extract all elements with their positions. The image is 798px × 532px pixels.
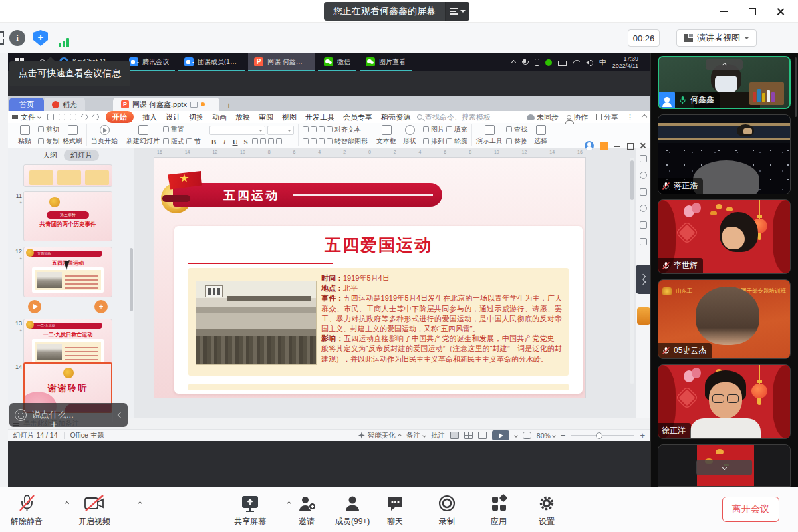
tray-mic-icon[interactable] xyxy=(521,59,529,66)
chat-button[interactable]: 聊天 xyxy=(386,494,404,527)
properties-pane-icon[interactable] xyxy=(640,155,647,162)
close-button[interactable] xyxy=(770,4,790,19)
ribbon-tab-开始[interactable]: 开始 xyxy=(106,111,134,123)
theme-name[interactable]: Office 主题 xyxy=(70,431,104,440)
members-button[interactable]: 成员(99+) xyxy=(335,494,370,527)
invite-button[interactable]: 邀请 xyxy=(297,494,317,527)
paste-button[interactable]: 粘贴 xyxy=(15,125,35,146)
new-slide-button[interactable]: 新建幻灯片 xyxy=(126,125,160,146)
collapse-ribbon-icon[interactable] xyxy=(642,114,647,120)
tray-wechat-icon[interactable] xyxy=(545,59,552,66)
shapes-button[interactable]: 形状 xyxy=(400,125,420,146)
help-pane-icon[interactable] xyxy=(640,238,647,245)
new-tab-button[interactable]: + xyxy=(226,100,231,111)
maximize-button[interactable] xyxy=(742,4,762,19)
more-options-icon[interactable]: ⋮ xyxy=(626,113,634,122)
thumbnail-slide-12[interactable]: 五四运动 五四爱国运动 xyxy=(23,247,112,297)
redo-icon[interactable] xyxy=(91,112,100,122)
chat-input-placeholder[interactable]: 说点什么... xyxy=(32,409,107,421)
slideshow-options-icon[interactable] xyxy=(514,434,518,438)
wps-avatar[interactable] xyxy=(585,141,594,150)
bullets-icon[interactable] xyxy=(303,126,309,132)
align-text-button[interactable]: 对齐文本 xyxy=(327,125,361,134)
mic-options-chevron[interactable] xyxy=(65,501,69,506)
layout-button[interactable]: 版式 xyxy=(163,137,184,146)
bold-button[interactable]: B xyxy=(209,138,218,146)
thumbnail-scrollbar[interactable] xyxy=(130,248,133,311)
tab-document[interactable]: P网课 何鑫鑫.pptx xyxy=(113,98,219,111)
thumbnail-slide-11[interactable]: 第三部分 共青团的两个历史事件 xyxy=(23,191,112,241)
zoom-slider[interactable] xyxy=(571,435,634,436)
scroll-up-button[interactable] xyxy=(706,59,743,70)
ribbon-tab-设计[interactable]: 设计 xyxy=(166,112,180,122)
ribbon-tab-开发工具[interactable]: 开发工具 xyxy=(305,112,334,122)
file-menu[interactable]: 文件 xyxy=(12,112,41,122)
participant-tile-lishihui[interactable]: 李世辉 xyxy=(658,200,791,274)
tray-phone-icon[interactable] xyxy=(535,59,539,66)
fit-slide-icon[interactable] xyxy=(523,432,531,439)
add-slide-plus[interactable]: + xyxy=(51,418,57,431)
align-center-icon[interactable] xyxy=(311,138,317,144)
chat-quick-input[interactable]: 说点什么... xyxy=(9,403,128,427)
taskbar-app[interactable]: 团课成员(167) xyxy=(178,53,245,71)
unmute-button[interactable]: 解除静音 xyxy=(11,494,43,527)
output-icon[interactable] xyxy=(59,114,65,120)
share-button[interactable]: 分享 xyxy=(596,112,618,122)
design-pane-icon[interactable] xyxy=(640,188,647,196)
participant-tile-shiyunjie[interactable]: 山东工 学生团干部专题培训班 05史云杰 xyxy=(658,279,791,359)
undo-icon[interactable] xyxy=(80,112,89,122)
select-button[interactable]: 选择 xyxy=(531,125,551,146)
tray-keyboard-icon[interactable] xyxy=(558,61,567,66)
participant-tile-hexinxin[interactable]: 何鑫鑫 xyxy=(658,56,791,109)
collaborate-button[interactable]: 协作 xyxy=(567,112,588,122)
wps-member-badge-icon[interactable] xyxy=(600,142,608,150)
text-effects-icon[interactable] xyxy=(276,138,282,144)
sidebar-collapse-handle[interactable] xyxy=(636,265,650,294)
align-left-icon[interactable] xyxy=(303,138,309,144)
minimize-button[interactable] xyxy=(714,4,734,19)
arrange-button[interactable]: 排列 xyxy=(423,137,444,146)
add-slide-button[interactable]: + xyxy=(94,300,108,313)
tray-volume-icon[interactable] xyxy=(586,59,593,66)
numbering-icon[interactable] xyxy=(311,126,317,132)
ribbon-tab-审阅[interactable]: 审阅 xyxy=(259,112,273,122)
fill-button[interactable]: 填充 xyxy=(446,125,467,134)
smartart-button[interactable]: 转智能图形 xyxy=(327,137,368,146)
zoom-level[interactable]: 80% xyxy=(537,432,555,440)
font-family-select[interactable] xyxy=(209,126,265,135)
ime-indicator[interactable]: 中 xyxy=(599,57,606,67)
ribbon-tab-视图[interactable]: 视图 xyxy=(282,112,297,122)
cut-button[interactable]: 剪切 xyxy=(38,125,59,134)
share-options-chevron[interactable] xyxy=(287,501,291,506)
underline-button[interactable]: U xyxy=(231,138,239,146)
picture-button[interactable]: 图片 xyxy=(423,125,444,134)
wps-restore-button[interactable] xyxy=(627,142,634,149)
reading-view-icon[interactable] xyxy=(478,432,487,439)
settings-button[interactable]: 设置 xyxy=(537,494,556,527)
wps-float-badge-icon[interactable] xyxy=(637,307,650,325)
network-signal-button[interactable] xyxy=(55,29,73,47)
slide-canvas[interactable]: 五四运动 五四爱国运动 时间：1919年5月4日 地点：北平 xyxy=(154,158,585,398)
reset-button[interactable]: 重置 xyxy=(163,125,201,134)
ribbon-tab-放映[interactable]: 放映 xyxy=(235,112,250,122)
comment-pane-icon[interactable] xyxy=(640,205,647,212)
align-right-icon[interactable] xyxy=(319,138,325,144)
slideshow-button[interactable] xyxy=(492,430,509,440)
tab-home[interactable]: 首页 xyxy=(9,98,44,111)
taskbar-app[interactable]: 腾讯会议 xyxy=(123,53,175,71)
normal-view-icon[interactable] xyxy=(450,432,459,439)
taskbar-app[interactable]: 微信 xyxy=(318,53,356,71)
textbox-button[interactable]: 文本框 xyxy=(376,125,396,146)
watching-menu-button[interactable] xyxy=(446,2,469,21)
share-screen-button[interactable]: 共享屏幕 xyxy=(234,494,266,527)
zoom-out-button[interactable]: − xyxy=(561,432,566,439)
play-from-current-button[interactable]: 当页开始 xyxy=(91,125,118,146)
thumbnail-slide-13[interactable]: 一二·九运动 一二·九抗日救亡运动 xyxy=(23,319,112,369)
font-size-select[interactable] xyxy=(267,126,294,135)
fullscreen-button[interactable] xyxy=(0,29,5,47)
presentation-tools-button[interactable]: 演示工具 xyxy=(476,125,503,146)
zoom-in-button[interactable]: + xyxy=(640,432,645,439)
selection-pane-icon[interactable] xyxy=(640,221,647,229)
tab-docer[interactable]: 稻壳 xyxy=(44,98,85,111)
slide-scrollbar[interactable] xyxy=(630,158,634,384)
